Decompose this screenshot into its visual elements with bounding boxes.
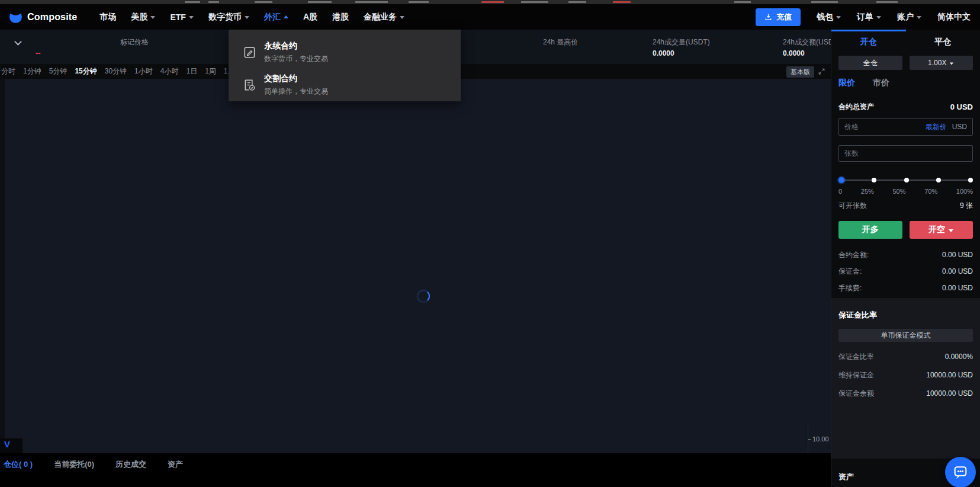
nav-item-financial-services[interactable]: 金融业务 xyxy=(364,12,404,23)
clipped-glyph xyxy=(734,1,751,3)
clipped-glyph xyxy=(409,1,429,3)
slider-dot-100[interactable] xyxy=(968,178,973,182)
tab-assets[interactable]: 资产 xyxy=(168,459,183,470)
nav-item-a-shares[interactable]: A股 xyxy=(303,12,317,23)
total-assets-value: 0 USD xyxy=(950,102,973,111)
trade-buttons: 开多 开空 xyxy=(838,221,973,239)
tradingview-logo[interactable]: V xyxy=(4,439,10,449)
brand-logo-icon xyxy=(9,11,22,23)
leverage-button[interactable]: 1.00X xyxy=(910,56,973,70)
margin-balance-row: 保证金余额 10000.00 USD xyxy=(838,389,973,398)
single-currency-margin-mode-button[interactable]: 单币保证金模式 xyxy=(838,329,973,342)
high-24h-label: 24h 最高价 xyxy=(543,37,578,47)
download-icon xyxy=(764,13,772,21)
symbol-selector-chevron-icon[interactable] xyxy=(14,38,22,46)
loading-spinner xyxy=(417,290,430,303)
margin-mode-button[interactable]: 全仓 xyxy=(838,56,902,70)
orders-menu[interactable]: 订单 xyxy=(857,12,881,23)
slider-dot-70[interactable] xyxy=(936,178,941,182)
clipped-glyph xyxy=(255,1,272,3)
symbol-price: -- xyxy=(36,49,41,57)
clipped-glyph xyxy=(481,1,504,3)
positions-tabs: 仓位( 0 ) 当前委托(0) 历史成交 资产 xyxy=(0,453,831,470)
timeframe-1w[interactable]: 1周 xyxy=(205,66,216,76)
margin-ratio-row: 保证金比率 0.0000% xyxy=(838,353,973,361)
timeframe-time-share[interactable]: 分时 xyxy=(1,66,15,76)
chart-canvas[interactable]: V xyxy=(0,79,831,453)
chevron-up-icon xyxy=(284,15,288,18)
account-menu[interactable]: 账户 xyxy=(897,12,921,23)
clipped-glyph xyxy=(568,1,586,3)
margin-leverage-row: 全仓 1.00X xyxy=(838,56,973,70)
total-assets-label: 合约总资产 xyxy=(838,102,874,112)
chevron-down-icon xyxy=(245,16,249,19)
clipped-glyph xyxy=(355,1,388,3)
nav-item-market[interactable]: 市场 xyxy=(99,12,116,23)
timeframe-1m[interactable]: 1分钟 xyxy=(23,66,41,76)
language-selector[interactable]: 简体中文 xyxy=(937,12,971,23)
order-type-row: 限价 市价 xyxy=(838,77,973,89)
tab-trade-history[interactable]: 历史成交 xyxy=(115,459,146,470)
timeframe-1d[interactable]: 1日 xyxy=(186,66,197,76)
quantity-slider[interactable] xyxy=(838,177,973,183)
menu-item-subtitle: 简单操作，专业交易 xyxy=(264,86,328,97)
forex-dropdown-menu: 永续合约 数字货币，专业交易 交割合约 简单操作，专业交易 xyxy=(229,30,461,101)
open-short-button[interactable]: 开空 xyxy=(910,221,973,239)
slider-dot-50[interactable] xyxy=(904,178,909,182)
order-type-limit[interactable]: 限价 xyxy=(838,78,855,88)
nav-item-us-stocks[interactable]: 美股 xyxy=(131,12,155,23)
clipped-glyph xyxy=(308,1,332,3)
quantity-input-box xyxy=(838,145,973,162)
contract-amount-row: 合约金额: 0.00 USD xyxy=(838,248,973,261)
chevron-down-icon xyxy=(876,16,881,19)
price-input[interactable] xyxy=(844,123,926,131)
nav-item-hk-stocks[interactable]: 港股 xyxy=(332,12,349,23)
chevron-down-icon xyxy=(950,62,953,65)
clipped-glyph xyxy=(208,1,219,3)
menu-item-title: 交割合约 xyxy=(264,73,328,84)
tab-close-position[interactable]: 平仓 xyxy=(906,30,980,52)
mark-price-label: 标记价格 xyxy=(120,37,149,47)
volume-24h-label: 24h成交量(USDT) xyxy=(653,37,710,47)
clipped-glyph xyxy=(876,1,898,3)
chat-icon xyxy=(952,464,969,480)
deposit-button[interactable]: 充值 xyxy=(756,8,801,26)
turnover-24h-value: 0.0000 xyxy=(783,49,805,57)
timeframe-30m[interactable]: 30分钟 xyxy=(105,66,127,76)
tab-open-position[interactable]: 开仓 xyxy=(831,30,906,52)
open-long-button[interactable]: 开多 xyxy=(838,221,902,239)
tab-positions[interactable]: 仓位( 0 ) xyxy=(4,459,33,470)
chevron-down-icon xyxy=(836,16,841,19)
quantity-input[interactable] xyxy=(844,149,967,158)
expand-icon[interactable] xyxy=(818,68,825,75)
timeframe-1h[interactable]: 1小时 xyxy=(134,66,153,76)
top-navbar: Composite 市场 美股 ETF 数字货币 外汇 A xyxy=(0,4,980,30)
nav-item-crypto[interactable]: 数字货币 xyxy=(208,12,249,23)
nav-item-etf[interactable]: ETF xyxy=(170,12,193,22)
customer-support-chat-button[interactable] xyxy=(945,457,976,487)
wallet-menu[interactable]: 钱包 xyxy=(817,12,841,23)
order-type-market[interactable]: 市价 xyxy=(873,78,889,88)
nav-right-actions: 充值 钱包 订单 账户 简体中文 xyxy=(756,8,971,26)
basic-version-button[interactable]: 基本版 xyxy=(786,66,814,78)
delivery-contract-icon xyxy=(243,78,256,92)
top-clipped-content xyxy=(0,0,980,4)
brand[interactable]: Composite xyxy=(9,11,77,23)
order-info-rows: 合约金额: 0.00 USD 保证金: 0.00 USD 手续费: 0.00 U… xyxy=(838,248,973,294)
nav-item-forex[interactable]: 外汇 xyxy=(264,12,288,23)
menu-item-delivery-contract[interactable]: 交割合约 简单操作，专业交易 xyxy=(229,69,461,101)
menu-item-title: 永续合约 xyxy=(264,41,328,52)
timeframe-15m[interactable]: 15分钟 xyxy=(75,66,97,76)
timeframe-5m[interactable]: 5分钟 xyxy=(49,66,68,76)
trading-app: Composite 市场 美股 ETF 数字货币 外汇 A xyxy=(0,0,980,487)
slider-thumb[interactable] xyxy=(838,177,844,183)
timeframe-4h[interactable]: 4小时 xyxy=(160,66,179,76)
slider-dot-25[interactable] xyxy=(872,178,876,182)
clipped-glyph xyxy=(521,1,548,3)
latest-price-button[interactable]: 最新价 xyxy=(926,122,947,132)
menu-item-perpetual-contract[interactable]: 永续合约 数字货币，专业交易 xyxy=(229,36,461,69)
fee-row: 手续费: 0.00 USD xyxy=(838,281,973,294)
tab-open-orders[interactable]: 当前委托(0) xyxy=(54,459,94,470)
menu-item-subtitle: 数字货币，专业交易 xyxy=(264,54,328,64)
chevron-down-icon xyxy=(150,16,155,19)
